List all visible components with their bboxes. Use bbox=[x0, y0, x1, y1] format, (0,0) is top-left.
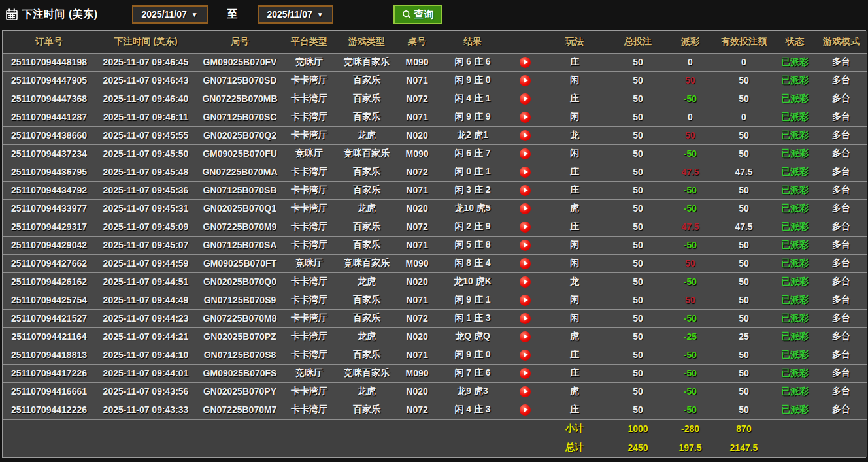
result-cell: 龙9 虎3 bbox=[436, 382, 509, 401]
replay-video-icon[interactable] bbox=[520, 313, 531, 324]
bet-time-cell: 2025-11-07 09:44:59 bbox=[95, 254, 197, 272]
replay-video-icon[interactable] bbox=[520, 240, 531, 251]
game-mode-cell: 多台 bbox=[815, 90, 867, 108]
bet-time-cell: 2025-11-07 09:45:50 bbox=[95, 144, 197, 163]
status-cell: 已派彩 bbox=[775, 364, 815, 382]
valid-bet-cell: 50 bbox=[713, 236, 775, 254]
game-type-cell: 百家乐 bbox=[335, 291, 398, 309]
query-button[interactable]: 查询 bbox=[393, 5, 442, 24]
platform-type-cell: 卡卡湾厅 bbox=[283, 309, 335, 327]
table-number-cell: M090 bbox=[398, 364, 436, 382]
round-number-cell: GN07225B070MA bbox=[197, 163, 283, 181]
status-cell: 已派彩 bbox=[775, 199, 815, 218]
replay-video-icon[interactable] bbox=[520, 350, 531, 361]
game-type-cell: 竞咪百家乐 bbox=[335, 254, 398, 272]
payout-cell: -50 bbox=[667, 382, 713, 401]
game-type-cell: 百家乐 bbox=[335, 401, 398, 419]
game-type-cell: 百家乐 bbox=[335, 181, 398, 199]
order-number-cell: 251107094412226 bbox=[3, 401, 95, 419]
platform-type-cell: 卡卡湾厅 bbox=[283, 327, 335, 346]
round-number-cell: GM09025B070FT bbox=[197, 254, 283, 272]
video-cell bbox=[509, 163, 541, 181]
video-cell bbox=[509, 218, 541, 236]
status-cell: 已派彩 bbox=[775, 126, 815, 144]
replay-video-icon[interactable] bbox=[520, 222, 531, 233]
game-mode-cell: 多台 bbox=[815, 108, 867, 126]
replay-video-icon[interactable] bbox=[520, 167, 531, 178]
bet-time-label: 下注时间 (美东) bbox=[22, 8, 98, 22]
replay-video-icon[interactable] bbox=[520, 386, 531, 397]
replay-video-icon[interactable] bbox=[520, 148, 531, 159]
game-mode-cell: 多台 bbox=[815, 346, 867, 364]
video-cell bbox=[509, 71, 541, 90]
replay-video-icon[interactable] bbox=[520, 185, 531, 196]
payout-cell: 50 bbox=[667, 254, 713, 272]
replay-video-icon[interactable] bbox=[520, 203, 531, 214]
payout-cell: -50 bbox=[667, 401, 713, 419]
valid-bet-cell: 50 bbox=[713, 144, 775, 163]
game-type-cell: 百家乐 bbox=[335, 346, 398, 364]
replay-video-icon[interactable] bbox=[520, 130, 531, 141]
platform-type-cell: 卡卡湾厅 bbox=[283, 199, 335, 218]
status-cell: 已派彩 bbox=[775, 71, 815, 90]
table-row: 251107094418813 2025-11-07 09:44:10 GN07… bbox=[3, 346, 867, 364]
replay-video-icon[interactable] bbox=[520, 112, 531, 123]
replay-video-icon[interactable] bbox=[520, 276, 531, 288]
total-total-bet: 2450 bbox=[609, 438, 667, 457]
replay-video-icon[interactable] bbox=[520, 57, 531, 68]
game-type-cell: 百家乐 bbox=[335, 309, 398, 327]
round-number-cell: GN07225B070M7 bbox=[197, 401, 283, 419]
valid-bet-cell: 50 bbox=[713, 382, 775, 401]
video-cell bbox=[509, 254, 541, 272]
game-type-cell: 竞咪百家乐 bbox=[335, 364, 398, 382]
game-mode-cell: 多台 bbox=[815, 71, 867, 90]
result-cell: 闲 7 庄 6 bbox=[436, 364, 509, 382]
payout-cell: -50 bbox=[667, 309, 713, 327]
round-number-cell: GM09025B070FU bbox=[197, 144, 283, 163]
total-spacer-right bbox=[775, 438, 867, 457]
valid-bet-cell: 50 bbox=[713, 71, 775, 90]
game-mode-cell: 多台 bbox=[815, 236, 867, 254]
payout-cell: 0 bbox=[667, 108, 713, 126]
valid-bet-cell: 50 bbox=[713, 364, 775, 382]
play-method-cell: 闲 bbox=[541, 309, 609, 327]
bet-time-cell: 2025-11-07 09:43:33 bbox=[95, 401, 197, 419]
table-number-cell: N072 bbox=[398, 401, 436, 419]
play-method-cell: 庄 bbox=[541, 346, 609, 364]
game-type-cell: 龙虎 bbox=[335, 199, 398, 218]
total-bet-cell: 50 bbox=[609, 346, 667, 364]
platform-type-cell: 卡卡湾厅 bbox=[283, 236, 335, 254]
bet-time-cell: 2025-11-07 09:46:45 bbox=[95, 53, 197, 71]
table-row: 251107094416661 2025-11-07 09:43:56 GN02… bbox=[3, 382, 867, 401]
status-cell: 已派彩 bbox=[775, 53, 815, 71]
replay-video-icon[interactable] bbox=[520, 404, 531, 416]
platform-type-cell: 卡卡湾厅 bbox=[283, 108, 335, 126]
total-bet-cell: 50 bbox=[609, 309, 667, 327]
total-payout: 197.5 bbox=[667, 438, 713, 457]
valid-bet-cell: 50 bbox=[713, 272, 775, 291]
table-row: 251107094421527 2025-11-07 09:44:23 GN07… bbox=[3, 309, 867, 327]
bet-time-cell: 2025-11-07 09:46:11 bbox=[95, 108, 197, 126]
status-cell: 已派彩 bbox=[775, 401, 815, 419]
play-method-cell: 庄 bbox=[541, 401, 609, 419]
video-cell bbox=[509, 236, 541, 254]
play-method-cell: 闲 bbox=[541, 71, 609, 90]
order-number-cell: 251107094421164 bbox=[3, 327, 95, 346]
calendar-icon bbox=[5, 8, 18, 21]
platform-type-cell: 卡卡湾厅 bbox=[283, 218, 335, 236]
table-number-cell: N071 bbox=[398, 291, 436, 309]
replay-video-icon[interactable] bbox=[520, 368, 531, 379]
replay-video-icon[interactable] bbox=[520, 258, 531, 269]
date-from-select[interactable]: 2025/11/07 ▼ bbox=[132, 5, 208, 24]
col-header-table-no: 桌号 bbox=[398, 31, 436, 53]
replay-video-icon[interactable] bbox=[520, 75, 531, 86]
game-type-cell: 百家乐 bbox=[335, 163, 398, 181]
replay-video-icon[interactable] bbox=[520, 295, 531, 306]
replay-video-icon[interactable] bbox=[520, 93, 531, 105]
replay-video-icon[interactable] bbox=[520, 331, 531, 342]
col-header-payout: 派彩 bbox=[667, 31, 713, 53]
valid-bet-cell: 0 bbox=[713, 108, 775, 126]
play-method-cell: 闲 bbox=[541, 108, 609, 126]
game-mode-cell: 多台 bbox=[815, 364, 867, 382]
date-to-select[interactable]: 2025/11/07 ▼ bbox=[258, 5, 333, 24]
